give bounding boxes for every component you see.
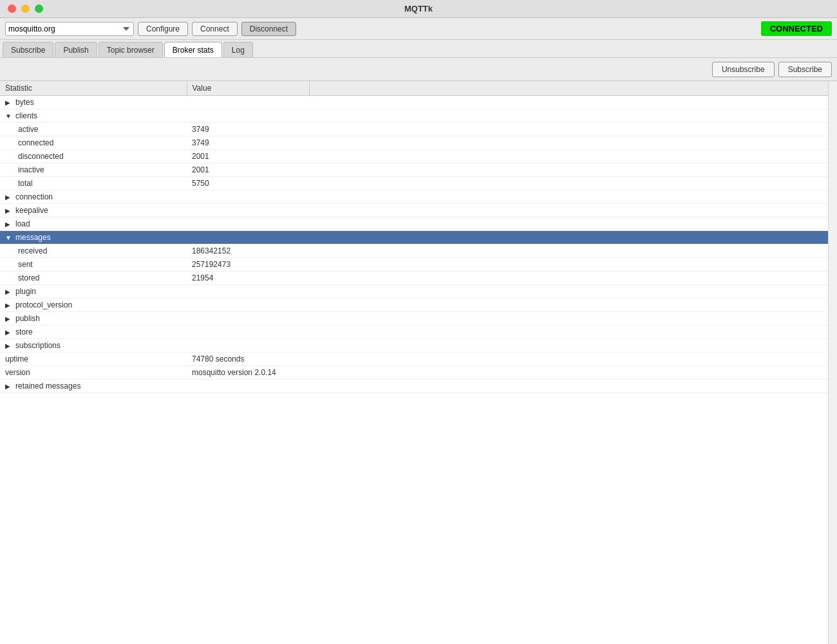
table-row[interactable]: ▼messages <box>0 231 828 244</box>
content-toolbar: Unsubscribe Subscribe <box>0 58 837 81</box>
tab-bar: Subscribe Publish Topic browser Broker s… <box>0 40 837 58</box>
tab-topic-browser[interactable]: Topic browser <box>99 42 163 57</box>
table-header: Statistic Value <box>0 81 828 96</box>
main-content: Statistic Value ▶bytes▼clientsactive3749… <box>0 81 837 644</box>
scrollbar[interactable] <box>828 81 837 644</box>
table-row[interactable]: ▶store <box>0 326 828 339</box>
table-row[interactable]: uptime74780 seconds <box>0 353 828 366</box>
stats-tbody: ▶bytes▼clientsactive3749connected3749dis… <box>0 96 828 393</box>
minimize-button[interactable] <box>21 5 30 13</box>
table-row[interactable]: versionmosquitto version 2.0.14 <box>0 366 828 380</box>
tab-publish[interactable]: Publish <box>55 42 97 57</box>
table-row[interactable]: ▶subscriptions <box>0 339 828 353</box>
table-row[interactable]: inactive2001 <box>0 163 828 177</box>
unsubscribe-button[interactable]: Unsubscribe <box>712 62 775 77</box>
table-row[interactable]: ▶keepalive <box>0 204 828 217</box>
title-bar: MQTTk <box>0 0 837 18</box>
table-row[interactable]: active3749 <box>0 123 828 136</box>
table-row[interactable]: ▶publish <box>0 312 828 326</box>
col-statistic-header: Statistic <box>0 81 187 96</box>
configure-button[interactable]: Configure <box>138 22 188 36</box>
window-title: MQTTk <box>404 4 433 14</box>
table-row[interactable]: ▶connection <box>0 190 828 204</box>
table-row[interactable]: sent257192473 <box>0 258 828 271</box>
host-select[interactable]: mosquitto.org <box>5 22 134 36</box>
table-row[interactable]: ▶bytes <box>0 96 828 109</box>
subscribe-button[interactable]: Subscribe <box>778 62 832 77</box>
table-row[interactable]: ▶protocol_version <box>0 299 828 312</box>
table-row[interactable]: total5750 <box>0 177 828 190</box>
table-row[interactable]: ▼clients <box>0 109 828 123</box>
window-controls <box>8 5 43 13</box>
table-row[interactable]: stored21954 <box>0 271 828 285</box>
stats-table: Statistic Value ▶bytes▼clientsactive3749… <box>0 81 828 393</box>
tab-log[interactable]: Log <box>223 42 253 57</box>
tab-broker-stats[interactable]: Broker stats <box>164 42 222 57</box>
tab-subscribe[interactable]: Subscribe <box>3 42 53 57</box>
table-row[interactable]: ▶retained messages <box>0 380 828 393</box>
stats-container[interactable]: Statistic Value ▶bytes▼clientsactive3749… <box>0 81 828 644</box>
connection-bar: mosquitto.org Configure Connect Disconne… <box>0 18 837 40</box>
close-button[interactable] <box>8 5 16 13</box>
maximize-button[interactable] <box>35 5 43 13</box>
connect-button[interactable]: Connect <box>192 22 238 36</box>
table-row[interactable]: disconnected2001 <box>0 150 828 163</box>
table-row[interactable]: ▶plugin <box>0 285 828 299</box>
connected-badge: CONNECTED <box>761 21 832 36</box>
col-value-header: Value <box>187 81 309 96</box>
col-extra-header <box>309 81 828 96</box>
table-row[interactable]: ▶load <box>0 217 828 231</box>
disconnect-button[interactable]: Disconnect <box>241 22 296 36</box>
table-row[interactable]: received186342152 <box>0 244 828 258</box>
table-row[interactable]: connected3749 <box>0 136 828 150</box>
